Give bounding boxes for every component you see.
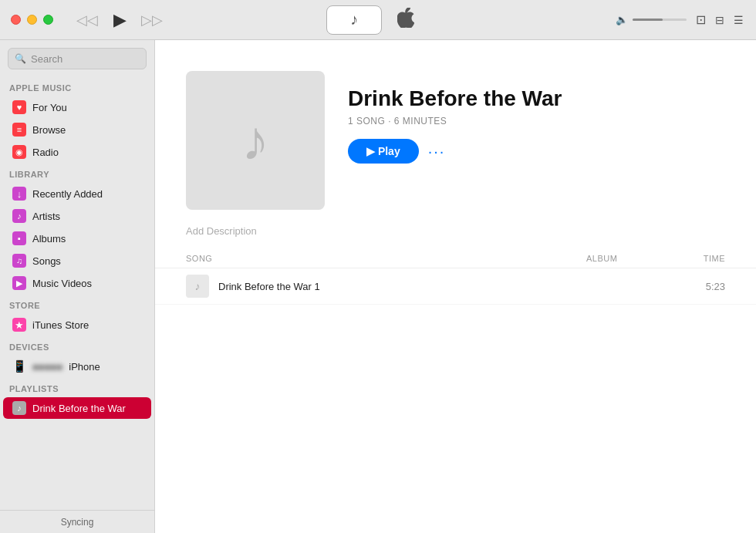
volume-slider[interactable] [633,19,687,21]
sidebar-item-music-videos[interactable]: ▶ Music Videos [3,272,151,294]
titlebar-right: 🔈 ⊡ ⊟ ☰ [616,12,744,27]
titlebar: ◁◁ ▶ ▷▷ ♪ 🔈 ⊡ ⊟ ☰ [0,0,756,40]
sidebar-item-albums[interactable]: ▪ Albums [3,228,151,249]
radio-label: Radio [32,147,59,158]
song-thumbnail: ♪ [186,275,209,298]
airplay-icon[interactable]: ⊡ [696,12,706,27]
volume-icon: 🔈 [616,14,628,25]
album-art-icon: ♪ [241,109,269,172]
window-controls [0,15,53,25]
iphone-blur-label: ●●●●● [32,361,62,373]
song-name: Drink Before the War 1 [218,281,586,292]
sidebar-content: Apple Music ♥ For You ≡ Browse ◉ Radio L… [0,74,154,510]
search-input[interactable]: 🔍 Search [8,48,147,69]
music-videos-icon: ▶ [12,276,26,290]
sidebar-item-songs[interactable]: ♫ Songs [3,250,151,272]
sidebar-item-drink-before-the-war[interactable]: ♪ Drink Before the War [3,397,151,419]
album-art: ♪ [186,71,325,210]
play-pause-button[interactable]: ▶ [109,9,130,31]
titlebar-center: ♪ [326,5,430,35]
sidebar-item-itunes-store[interactable]: ★ iTunes Store [3,314,151,336]
sidebar-item-browse[interactable]: ≡ Browse [3,119,151,140]
browse-label: Browse [32,124,66,136]
song-time: 5:23 [679,281,725,292]
itunes-store-label: iTunes Store [32,319,89,331]
playlist-info: Drink Before the War 1 SONG · 6 MINUTES … [348,71,725,164]
playlists-section-label: Playlists [0,378,154,396]
artists-icon: ♪ [12,209,26,223]
library-section-label: Library [0,164,154,182]
playlist-title: Drink Before the War [348,86,725,111]
music-tab[interactable]: ♪ [326,5,382,35]
syncing-label: Syncing [61,517,94,528]
iphone-label: iPhone [69,361,100,373]
add-description[interactable]: Add Description [155,225,756,249]
maximize-button[interactable] [43,15,53,25]
albums-icon: ▪ [12,231,26,245]
music-videos-label: Music Videos [32,278,92,289]
devices-section-label: Devices [0,336,154,355]
recently-added-icon: ↓ [12,187,26,201]
recently-added-label: Recently Added [32,188,103,200]
sidebar-item-radio[interactable]: ◉ Radio [3,141,151,163]
list-icon[interactable]: ☰ [734,14,744,26]
search-area: 🔍 Search [0,40,154,74]
forward-button[interactable]: ▷▷ [141,9,163,31]
playback-controls: ◁◁ ▶ ▷▷ [53,9,163,31]
main-content: ♪ Drink Before the War 1 SONG · 6 MINUTE… [155,40,756,533]
table-row[interactable]: ♪ Drink Before the War 1 5:23 [155,268,756,305]
sidebar-item-recently-added[interactable]: ↓ Recently Added [3,183,151,204]
sidebar-item-artists[interactable]: ♪ Artists [3,205,151,227]
playlist-meta: 1 SONG · 6 MINUTES [348,116,725,127]
search-placeholder: Search [31,53,62,65]
minimize-button[interactable] [27,15,37,25]
sidebar-item-for-you[interactable]: ♥ For You [3,96,151,118]
artists-label: Artists [32,211,60,222]
song-column-header: SONG [186,254,586,263]
play-button[interactable]: ▶ Play [348,139,419,164]
apple-music-section-label: Apple Music [0,77,154,96]
albums-label: Albums [32,233,66,245]
apple-logo [397,8,414,32]
songs-icon: ♫ [12,254,26,268]
more-options-button[interactable]: ··· [428,143,446,160]
drink-before-the-war-label: Drink Before the War [32,403,126,414]
songs-label: Songs [32,255,61,267]
playlist-icon: ♪ [12,401,26,415]
for-you-icon: ♥ [12,100,26,114]
playlist-header: ♪ Drink Before the War 1 SONG · 6 MINUTE… [155,40,756,225]
search-icon: 🔍 [15,53,26,64]
radio-icon: ◉ [12,145,26,159]
song-table-header: SONG ALBUM TIME [155,249,756,268]
itunes-store-icon: ★ [12,318,26,332]
store-section-label: Store [0,295,154,313]
iphone-icon: 📱 [12,359,26,373]
sidebar-item-iphone[interactable]: 📱 ●●●●● iPhone [3,356,151,377]
rewind-button[interactable]: ◁◁ [76,9,98,31]
album-column-header: ALBUM [586,254,679,263]
lyrics-icon[interactable]: ⊟ [715,14,724,26]
sidebar-footer: Syncing [0,510,154,533]
for-you-label: For You [32,102,67,113]
close-button[interactable] [11,15,21,25]
main-layout: 🔍 Search Apple Music ♥ For You ≡ Browse … [0,40,756,533]
volume-control[interactable]: 🔈 [616,14,687,25]
time-column-header: TIME [679,254,725,263]
playlist-actions: ▶ Play ··· [348,139,725,164]
browse-icon: ≡ [12,123,26,137]
sidebar: 🔍 Search Apple Music ♥ For You ≡ Browse … [0,40,155,533]
